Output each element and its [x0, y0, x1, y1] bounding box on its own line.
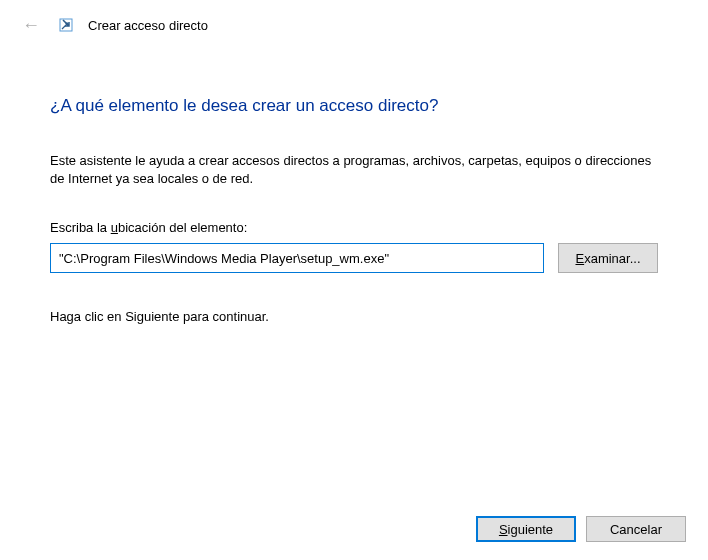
shortcut-icon	[58, 17, 74, 33]
cancel-button[interactable]: Cancelar	[586, 516, 686, 542]
page-heading: ¿A qué elemento le desea crear un acceso…	[50, 96, 658, 116]
back-arrow-icon: ←	[18, 14, 44, 36]
input-row: Examinar...	[50, 243, 658, 273]
wizard-content: ¿A qué elemento le desea crear un acceso…	[0, 46, 708, 324]
path-input-label: Escriba la ubicación del elemento:	[50, 220, 658, 235]
path-input[interactable]	[50, 243, 544, 273]
browse-button[interactable]: Examinar...	[558, 243, 658, 273]
wizard-header: ← Crear acceso directo	[0, 0, 708, 46]
wizard-footer: Siguiente Cancelar	[476, 516, 686, 542]
next-button[interactable]: Siguiente	[476, 516, 576, 542]
description-text: Este asistente le ayuda a crear accesos …	[50, 152, 658, 188]
continue-instruction: Haga clic en Siguiente para continuar.	[50, 309, 658, 324]
wizard-title: Crear acceso directo	[88, 18, 208, 33]
